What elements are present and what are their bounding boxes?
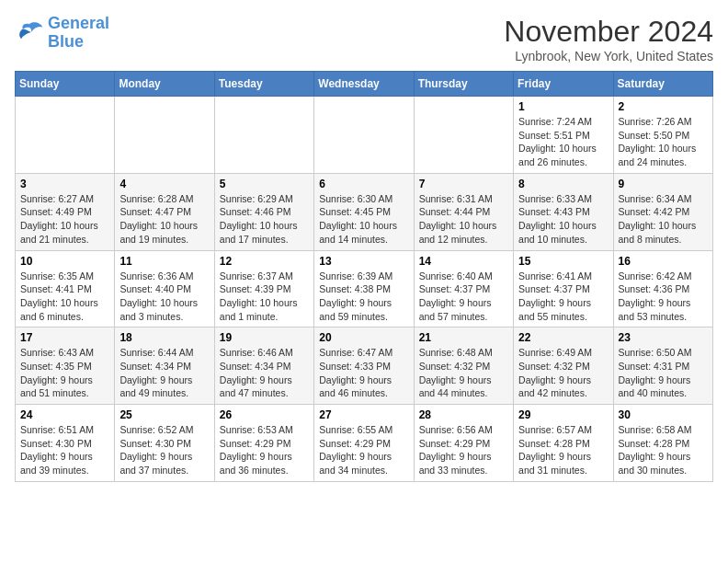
day-number: 29	[518, 408, 608, 421]
weekday-header-saturday: Saturday	[613, 72, 712, 97]
day-number: 28	[419, 408, 508, 421]
day-info: Sunrise: 7:26 AM Sunset: 5:50 PM Dayligh…	[619, 115, 708, 169]
calendar-cell: 8Sunrise: 6:33 AM Sunset: 4:43 PM Daylig…	[514, 173, 613, 250]
day-number: 6	[319, 178, 408, 190]
day-info: Sunrise: 6:42 AM Sunset: 4:36 PM Dayligh…	[619, 270, 708, 324]
day-number: 5	[220, 178, 309, 190]
calendar-cell: 21Sunrise: 6:48 AM Sunset: 4:32 PM Dayli…	[414, 327, 513, 405]
calendar-cell: 17Sunrise: 6:43 AM Sunset: 4:35 PM Dayli…	[16, 327, 115, 405]
day-info: Sunrise: 7:24 AM Sunset: 5:51 PM Dayligh…	[518, 115, 608, 169]
calendar-cell	[16, 97, 115, 174]
day-info: Sunrise: 6:39 AM Sunset: 4:38 PM Dayligh…	[319, 270, 408, 324]
day-info: Sunrise: 6:51 AM Sunset: 4:30 PM Dayligh…	[20, 423, 109, 477]
day-number: 30	[619, 408, 708, 421]
day-info: Sunrise: 6:27 AM Sunset: 4:49 PM Dayligh…	[20, 192, 109, 247]
weekday-header-friday: Friday	[514, 72, 613, 97]
calendar-cell: 23Sunrise: 6:50 AM Sunset: 4:31 PM Dayli…	[613, 327, 712, 405]
day-info: Sunrise: 6:40 AM Sunset: 4:37 PM Dayligh…	[419, 270, 508, 324]
week-row-3: 10Sunrise: 6:35 AM Sunset: 4:41 PM Dayli…	[16, 250, 713, 327]
day-info: Sunrise: 6:50 AM Sunset: 4:31 PM Dayligh…	[619, 346, 708, 400]
title-block: November 2024 Lynbrook, New York, United…	[504, 15, 713, 63]
weekday-header-monday: Monday	[115, 72, 214, 97]
calendar-cell	[214, 97, 313, 174]
day-number: 14	[419, 255, 508, 268]
calendar-cell: 20Sunrise: 6:47 AM Sunset: 4:33 PM Dayli…	[314, 327, 414, 405]
day-info: Sunrise: 6:49 AM Sunset: 4:32 PM Dayligh…	[518, 346, 608, 400]
day-number: 9	[619, 178, 708, 190]
day-number: 24	[20, 408, 109, 421]
day-info: Sunrise: 6:44 AM Sunset: 4:34 PM Dayligh…	[119, 346, 209, 400]
day-number: 17	[20, 331, 109, 344]
day-number: 12	[220, 255, 309, 268]
calendar-cell: 7Sunrise: 6:31 AM Sunset: 4:44 PM Daylig…	[414, 173, 513, 250]
week-row-1: 1Sunrise: 7:24 AM Sunset: 5:51 PM Daylig…	[16, 97, 713, 174]
weekday-header-wednesday: Wednesday	[314, 72, 414, 97]
day-number: 18	[119, 331, 209, 344]
calendar-cell: 26Sunrise: 6:53 AM Sunset: 4:29 PM Dayli…	[214, 405, 313, 482]
day-info: Sunrise: 6:52 AM Sunset: 4:30 PM Dayligh…	[119, 423, 209, 477]
calendar-cell	[414, 97, 513, 174]
calendar-cell: 30Sunrise: 6:58 AM Sunset: 4:28 PM Dayli…	[613, 405, 712, 482]
day-info: Sunrise: 6:48 AM Sunset: 4:32 PM Dayligh…	[419, 346, 508, 400]
calendar-cell	[314, 97, 414, 174]
calendar-cell: 29Sunrise: 6:57 AM Sunset: 4:28 PM Dayli…	[514, 405, 613, 482]
day-number: 7	[419, 178, 508, 190]
day-number: 25	[119, 408, 209, 421]
page-header: General Blue November 2024 Lynbrook, New…	[15, 15, 713, 63]
calendar-cell: 15Sunrise: 6:41 AM Sunset: 4:37 PM Dayli…	[514, 250, 613, 327]
calendar-cell: 24Sunrise: 6:51 AM Sunset: 4:30 PM Dayli…	[16, 405, 115, 482]
day-number: 4	[119, 178, 209, 190]
location: Lynbrook, New York, United States	[504, 49, 713, 63]
day-info: Sunrise: 6:57 AM Sunset: 4:28 PM Dayligh…	[518, 423, 608, 477]
week-row-4: 17Sunrise: 6:43 AM Sunset: 4:35 PM Dayli…	[16, 327, 713, 405]
weekday-header-thursday: Thursday	[414, 72, 513, 97]
day-info: Sunrise: 6:34 AM Sunset: 4:42 PM Dayligh…	[619, 192, 708, 247]
day-info: Sunrise: 6:29 AM Sunset: 4:46 PM Dayligh…	[220, 192, 309, 247]
day-number: 10	[20, 255, 109, 268]
day-info: Sunrise: 6:46 AM Sunset: 4:34 PM Dayligh…	[220, 346, 309, 400]
day-number: 3	[20, 178, 109, 190]
calendar-cell: 28Sunrise: 6:56 AM Sunset: 4:29 PM Dayli…	[414, 405, 513, 482]
calendar-cell: 4Sunrise: 6:28 AM Sunset: 4:47 PM Daylig…	[115, 173, 214, 250]
calendar-cell: 27Sunrise: 6:55 AM Sunset: 4:29 PM Dayli…	[314, 405, 414, 482]
day-number: 19	[220, 331, 309, 344]
day-info: Sunrise: 6:33 AM Sunset: 4:43 PM Dayligh…	[518, 192, 608, 247]
calendar-table: SundayMondayTuesdayWednesdayThursdayFrid…	[15, 71, 713, 482]
logo: General Blue	[15, 15, 109, 52]
weekday-header-tuesday: Tuesday	[214, 72, 313, 97]
calendar-cell: 12Sunrise: 6:37 AM Sunset: 4:39 PM Dayli…	[214, 250, 313, 327]
calendar-cell: 5Sunrise: 6:29 AM Sunset: 4:46 PM Daylig…	[214, 173, 313, 250]
week-row-5: 24Sunrise: 6:51 AM Sunset: 4:30 PM Dayli…	[16, 405, 713, 482]
calendar-cell: 13Sunrise: 6:39 AM Sunset: 4:38 PM Dayli…	[314, 250, 414, 327]
day-info: Sunrise: 6:56 AM Sunset: 4:29 PM Dayligh…	[419, 423, 508, 477]
calendar-cell: 11Sunrise: 6:36 AM Sunset: 4:40 PM Dayli…	[115, 250, 214, 327]
day-info: Sunrise: 6:53 AM Sunset: 4:29 PM Dayligh…	[220, 423, 309, 477]
day-number: 27	[319, 408, 408, 421]
calendar-cell: 3Sunrise: 6:27 AM Sunset: 4:49 PM Daylig…	[16, 173, 115, 250]
logo-text: General Blue	[48, 15, 109, 52]
day-number: 22	[518, 331, 608, 344]
day-number: 11	[119, 255, 209, 268]
day-info: Sunrise: 6:36 AM Sunset: 4:40 PM Dayligh…	[119, 270, 209, 324]
day-info: Sunrise: 6:37 AM Sunset: 4:39 PM Dayligh…	[220, 270, 309, 324]
day-info: Sunrise: 6:35 AM Sunset: 4:41 PM Dayligh…	[20, 270, 109, 324]
day-number: 26	[220, 408, 309, 421]
calendar-cell: 16Sunrise: 6:42 AM Sunset: 4:36 PM Dayli…	[613, 250, 712, 327]
calendar-cell	[115, 97, 214, 174]
day-number: 21	[419, 331, 508, 344]
day-info: Sunrise: 6:47 AM Sunset: 4:33 PM Dayligh…	[319, 346, 408, 400]
day-info: Sunrise: 6:58 AM Sunset: 4:28 PM Dayligh…	[619, 423, 708, 477]
weekday-header-sunday: Sunday	[16, 72, 115, 97]
calendar-cell: 19Sunrise: 6:46 AM Sunset: 4:34 PM Dayli…	[214, 327, 313, 405]
day-number: 16	[619, 255, 708, 268]
day-info: Sunrise: 6:30 AM Sunset: 4:45 PM Dayligh…	[319, 192, 408, 247]
calendar-cell: 14Sunrise: 6:40 AM Sunset: 4:37 PM Dayli…	[414, 250, 513, 327]
day-info: Sunrise: 6:43 AM Sunset: 4:35 PM Dayligh…	[20, 346, 109, 400]
calendar-cell: 18Sunrise: 6:44 AM Sunset: 4:34 PM Dayli…	[115, 327, 214, 405]
calendar-cell: 9Sunrise: 6:34 AM Sunset: 4:42 PM Daylig…	[613, 173, 712, 250]
calendar-cell: 2Sunrise: 7:26 AM Sunset: 5:50 PM Daylig…	[613, 97, 712, 174]
day-number: 20	[319, 331, 408, 344]
day-number: 15	[518, 255, 608, 268]
calendar-cell: 22Sunrise: 6:49 AM Sunset: 4:32 PM Dayli…	[514, 327, 613, 405]
logo-icon	[15, 20, 44, 46]
